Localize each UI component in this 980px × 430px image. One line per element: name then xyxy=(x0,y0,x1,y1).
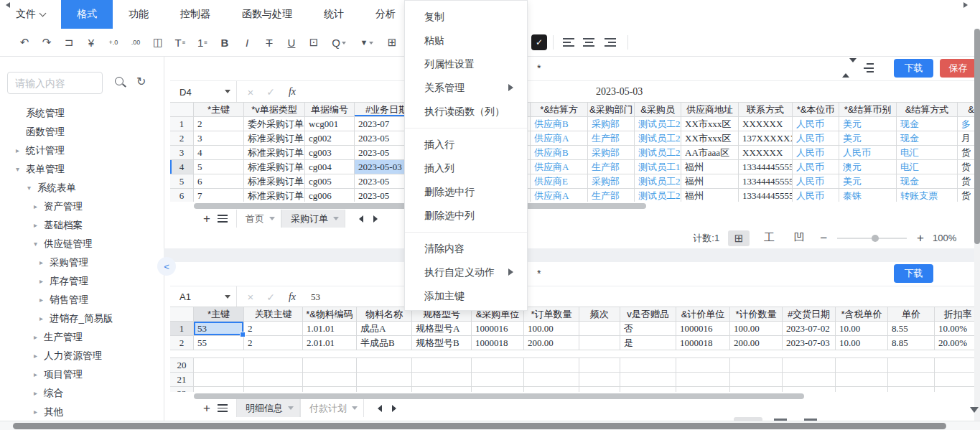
chevron-down-icon[interactable]: ▾ xyxy=(16,160,26,179)
grid-cell[interactable]: 否 xyxy=(620,322,676,336)
grid-cell[interactable]: 2 xyxy=(244,322,303,336)
sidebar-item-采购管理[interactable]: ▸采购管理 xyxy=(0,253,164,272)
zoom-out-icon[interactable]: − xyxy=(820,231,827,246)
grid-cell[interactable] xyxy=(676,373,730,387)
menu-item-复制[interactable]: 复制 xyxy=(405,5,527,29)
grid-cell[interactable] xyxy=(730,387,783,392)
grid-cell[interactable]: 福州 xyxy=(681,174,739,189)
grid-cell[interactable]: XXXXXX xyxy=(739,146,793,160)
column-header[interactable]: &采购部门 xyxy=(588,102,635,117)
format-painter-icon[interactable]: ⊐ xyxy=(62,35,75,50)
sidebar-item-基础档案[interactable]: ▸基础档案 xyxy=(0,216,164,235)
italic-icon[interactable]: I xyxy=(241,35,253,50)
grid-cell[interactable]: cg006 xyxy=(305,189,355,202)
grid-cell[interactable]: 澳元 xyxy=(839,160,897,174)
scrollbar-thumb[interactable] xyxy=(13,423,946,429)
add-sheet-icon[interactable]: + xyxy=(203,402,210,414)
grid-cell[interactable]: 多 xyxy=(958,117,974,131)
grid-cell[interactable]: 2 xyxy=(244,336,303,350)
grid-cell[interactable]: 10.00 xyxy=(836,322,888,336)
sidebar-item-函数管理[interactable]: 函数管理 xyxy=(0,123,164,141)
column-header[interactable]: *主键 xyxy=(194,102,244,117)
column-header[interactable]: *主键 xyxy=(194,307,244,322)
chevron-down-icon[interactable] xyxy=(288,406,294,413)
grid-cell[interactable]: 半成品B xyxy=(357,336,412,350)
sheet-list-icon[interactable] xyxy=(218,404,228,412)
corner-cell[interactable] xyxy=(170,102,194,117)
grid-cell[interactable]: 137XXXXXX xyxy=(739,131,793,146)
row-number[interactable]: 22 xyxy=(170,387,194,392)
grid-cell[interactable]: 2023-07-03 xyxy=(783,336,836,350)
column-header[interactable]: 单价 xyxy=(888,307,935,322)
column-header[interactable]: &结算方式 xyxy=(897,102,958,117)
row-number[interactable]: 1 xyxy=(170,117,194,131)
download-button[interactable]: 下载 xyxy=(894,59,933,78)
fx-icon[interactable]: fx xyxy=(282,286,302,307)
chevron-right-icon[interactable]: ▸ xyxy=(34,347,44,365)
vertical-scrollbar[interactable] xyxy=(974,29,980,421)
grid-cell[interactable] xyxy=(472,387,524,392)
grid-cell[interactable]: XX市xxx区 xyxy=(681,131,739,146)
menu-item-插入行[interactable]: 插入行 xyxy=(405,133,527,156)
row-number[interactable]: 20 xyxy=(170,358,194,373)
grid-cell[interactable]: 生产部 xyxy=(588,131,635,146)
grid-cell[interactable] xyxy=(244,373,303,387)
grid-cell[interactable]: 生产部 xyxy=(588,160,635,174)
grid-cell[interactable]: cg005 xyxy=(305,174,355,189)
menubar-item-5[interactable]: 函数与处理 xyxy=(226,0,308,29)
grid-cell[interactable]: 采购部 xyxy=(588,117,635,131)
grid-cell[interactable]: 8.55 xyxy=(888,322,935,336)
strikethrough-icon[interactable]: T xyxy=(263,35,276,50)
grid-cell[interactable]: 标准采购订单 xyxy=(244,146,305,160)
grid-cell[interactable]: 采购部 xyxy=(588,174,635,189)
column-header[interactable]: &采购员 xyxy=(635,102,681,117)
page-layout-view-icon[interactable]: 凹 xyxy=(788,230,810,246)
grid-cell[interactable] xyxy=(783,373,836,387)
scroll-right-icon[interactable] xyxy=(963,2,971,8)
grid-cell[interactable]: 现金 xyxy=(897,174,958,189)
menu-item-清除内容[interactable]: 清除内容 xyxy=(405,237,527,261)
grid-cell[interactable]: 1000016 xyxy=(676,322,730,336)
row-number[interactable]: 3 xyxy=(170,146,194,160)
sidebar-item-其他[interactable]: ▸其他 xyxy=(0,403,164,421)
corner-cell[interactable] xyxy=(170,307,194,322)
chevron-right-icon[interactable]: ▸ xyxy=(34,216,44,235)
grid-cell[interactable]: 人民币 xyxy=(793,146,839,160)
grid-cell[interactable] xyxy=(194,373,244,387)
row-number[interactable]: 5 xyxy=(170,174,194,189)
grid-cell[interactable]: 电汇 xyxy=(897,146,958,160)
grid-cell[interactable]: 货 xyxy=(958,174,974,189)
zoom-slider[interactable] xyxy=(837,238,907,239)
grid-cell[interactable]: 10.00% xyxy=(935,322,974,336)
grid-cell[interactable] xyxy=(472,358,524,373)
column-header[interactable]: & xyxy=(958,102,974,117)
chevron-down-icon[interactable] xyxy=(352,406,358,413)
chevron-down-icon[interactable]: ▾ xyxy=(27,179,37,197)
prev-sheet-icon[interactable] xyxy=(355,215,363,223)
grid-cell[interactable]: 人民币 xyxy=(793,117,839,131)
grid-cell[interactable] xyxy=(524,358,579,373)
grid-cell[interactable] xyxy=(888,358,935,373)
grid-cell[interactable] xyxy=(579,336,620,350)
grid-cell[interactable]: AA市aaa区 xyxy=(681,146,739,160)
chevron-right-icon[interactable]: ▸ xyxy=(16,141,26,160)
grid-cell[interactable]: 供应商A xyxy=(531,189,588,202)
grid-cell[interactable] xyxy=(412,358,472,373)
grid-cell[interactable]: 人民币 xyxy=(793,131,839,146)
scrollbar-thumb[interactable] xyxy=(194,393,804,399)
grid-cell[interactable]: 标准采购订单 xyxy=(244,160,305,174)
filter-icon[interactable]: ▼ xyxy=(358,35,376,50)
grid-cell[interactable]: 人民币 xyxy=(839,146,897,160)
menubar-item-3[interactable]: 功能 xyxy=(113,0,164,29)
redo-icon[interactable]: ↷ xyxy=(40,35,53,50)
grid-cell[interactable]: 转账支票 xyxy=(897,189,958,202)
menu-item-插入列[interactable]: 插入列 xyxy=(405,156,527,180)
column-header[interactable]: *计价数量 xyxy=(730,307,783,322)
column-header[interactable]: v是否赠品 xyxy=(620,307,676,322)
chevron-right-icon[interactable]: ▸ xyxy=(39,253,50,272)
column-header[interactable]: #交货日期 xyxy=(783,307,836,322)
grid-cell[interactable] xyxy=(579,322,620,336)
grid-cell[interactable]: 200.00 xyxy=(524,336,579,350)
grid-cell[interactable] xyxy=(357,358,412,373)
grid-cell[interactable] xyxy=(244,358,303,373)
